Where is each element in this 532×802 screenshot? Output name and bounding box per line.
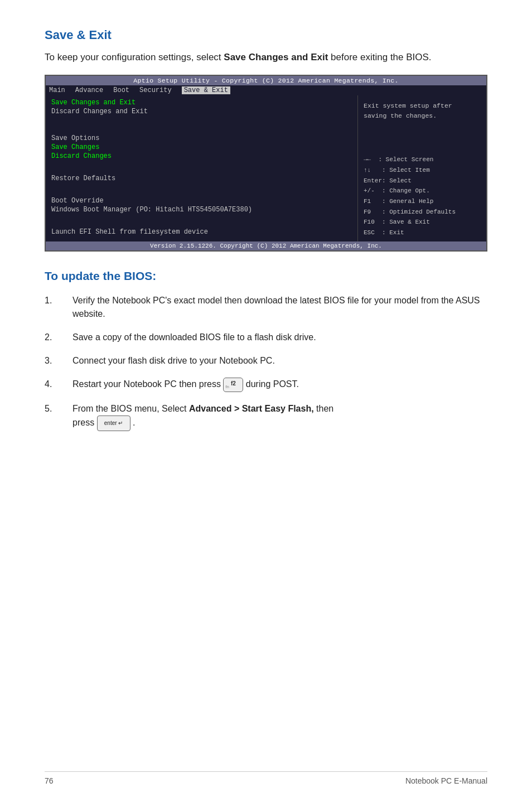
intro-text-after: before exiting the BIOS. — [328, 52, 431, 62]
intro-bold: Save Changes and Exit — [224, 52, 328, 62]
page-label: Notebook PC E-Manual — [405, 776, 487, 785]
bios-help-text: Exit system setup aftersaving the change… — [364, 101, 481, 122]
bios-item-windows-boot: Windows Boot Manager (PO: Hitachi HTS545… — [51, 206, 352, 214]
bios-save-options: Save Options — [51, 134, 352, 142]
intro-paragraph: To keep your configuration settings, sel… — [45, 50, 487, 65]
page-number: 76 — [45, 776, 54, 785]
enter-key-icon: enter ↵ — [97, 416, 130, 431]
bios-spacer3 — [51, 219, 352, 227]
step-3-number: 3. — [45, 354, 72, 368]
bios-item-discard-exit: Discard Changes and Exit — [51, 108, 352, 115]
bios-item-save-changes-exit: Save Changes and Exit — [51, 99, 352, 107]
bios-footer: Version 2.15.1226. Copyright (C) 2012 Am… — [46, 241, 486, 250]
menu-main: Main — [49, 86, 65, 94]
step-5: 5. From the BIOS menu, Select Advanced >… — [45, 402, 487, 431]
menu-advance: Advance — [75, 86, 103, 94]
intro-text-before: To keep your configuration settings, sel… — [45, 52, 224, 62]
section-title: Save & Exit — [45, 28, 487, 42]
step-3: 3. Connect your flash disk drive to your… — [45, 354, 487, 368]
bios-item-discard-changes: Discard Changes — [51, 152, 352, 160]
step-4-number: 4. — [45, 378, 72, 391]
step-3-content: Connect your flash disk drive to your No… — [72, 354, 487, 368]
step-5-bold: Advanced > Start Easy Flash, — [189, 404, 314, 413]
f2-key-icon: fn f2 — [223, 378, 243, 392]
bios-item-efi-shell: Launch EFI Shell from filesystem device — [51, 228, 352, 236]
step-4-content: Restart your Notebook PC then press fn f… — [72, 378, 487, 392]
bios-save-options-label — [51, 121, 352, 129]
step-4: 4. Restart your Notebook PC then press f… — [45, 378, 487, 392]
fn-label: fn — [225, 384, 229, 390]
bios-keys: →← : Select Screen ↑↓ : Select Item Ente… — [364, 154, 481, 238]
bios-screenshot: Aptio Setup Utility - Copyright (C) 2012… — [45, 75, 487, 252]
bios-item-restore-defaults: Restore Defaults — [51, 175, 352, 182]
bios-right-panel: Exit system setup aftersaving the change… — [358, 95, 486, 241]
bios-content-area: Save Changes and Exit Discard Changes an… — [46, 95, 486, 241]
step-2-number: 2. — [45, 331, 72, 344]
f2-label: f2 — [231, 379, 236, 388]
page-footer: 76 Notebook PC E-Manual — [45, 771, 487, 785]
enter-label: enter ↵ — [104, 419, 123, 427]
bios-item-save-changes: Save Changes — [51, 143, 352, 151]
update-title: To update the BIOS: — [45, 269, 487, 283]
bios-boot-override-label: Boot Override — [51, 197, 352, 205]
bios-spacer1 — [51, 166, 352, 173]
step-2: 2. Save a copy of the downloaded BIOS fi… — [45, 331, 487, 344]
step-5-content: From the BIOS menu, Select Advanced > St… — [72, 402, 487, 431]
steps-list: 1. Verify the Notebook PC's exact model … — [45, 294, 487, 431]
menu-save-exit: Save & Exit — [182, 86, 230, 94]
bios-left-panel: Save Changes and Exit Discard Changes an… — [46, 95, 358, 241]
step-5-number: 5. — [45, 402, 72, 416]
step-1: 1. Verify the Notebook PC's exact model … — [45, 294, 487, 321]
section-save-exit: Save & Exit To keep your configuration s… — [45, 28, 487, 431]
step-2-content: Save a copy of the downloaded BIOS file … — [72, 331, 487, 344]
menu-boot: Boot — [113, 86, 129, 94]
bios-menu-bar: Main Advance Boot Security Save & Exit — [46, 85, 486, 95]
bios-spacer2 — [51, 188, 352, 196]
step-1-number: 1. — [45, 294, 72, 307]
bios-title-bar: Aptio Setup Utility - Copyright (C) 2012… — [46, 76, 486, 85]
step-1-content: Verify the Notebook PC's exact model the… — [72, 294, 487, 321]
menu-security: Security — [139, 86, 172, 94]
